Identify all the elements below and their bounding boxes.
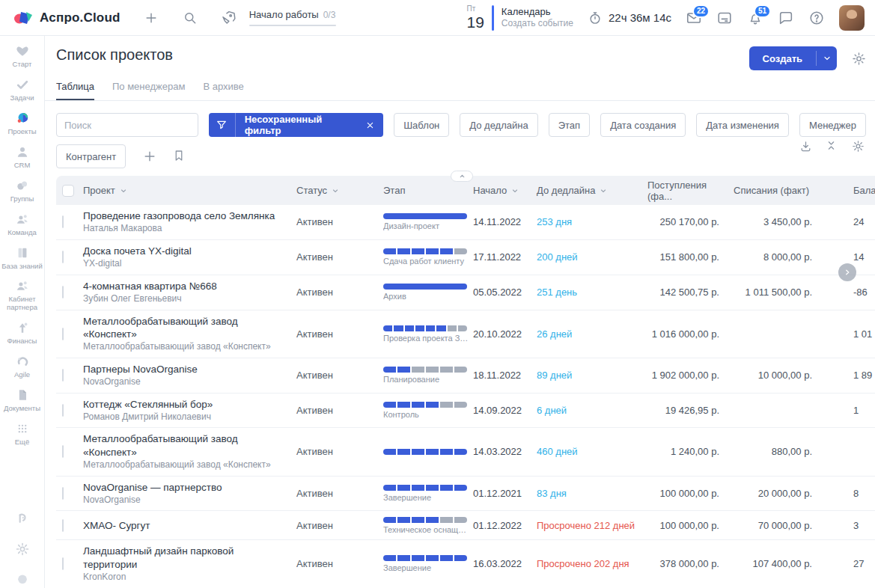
deadline-value[interactable]: 6 дней [537,405,567,416]
sidebar-item-agile[interactable]: Agile [1,354,44,379]
start-date: 14.03.2022 [473,446,537,457]
user-avatar[interactable] [839,5,865,31]
project-title[interactable]: Коттедж «Стеклянный бор» [83,398,286,411]
table-row[interactable]: Металлообрабатывающий завод «Конспект» М… [56,310,875,358]
project-title[interactable]: Ландшафтный дизайн парковой территории [83,545,286,571]
filter-chip[interactable]: Менеджер [799,113,866,137]
row-checkbox[interactable] [62,328,64,340]
row-checkbox[interactable] [62,369,64,382]
tab-в-архиве[interactable]: В архиве [203,81,243,100]
calendar-widget[interactable]: Пт 19 Календарь Создать событие [466,5,573,31]
table-row[interactable]: Доска почета YX-digital YX-digital Актив… [56,240,875,275]
settings-icon[interactable] [15,542,30,557]
project-title[interactable]: Доска почета YX-digital [83,245,286,257]
row-checkbox[interactable] [62,445,64,458]
onboarding-rocket-icon[interactable] [221,10,237,26]
calendar-create-event[interactable]: Создать событие [501,18,573,30]
sidebar-item-partner-cabinet[interactable]: Кабинет партнера [1,278,44,312]
news-icon[interactable] [716,10,733,26]
sidebar-item-team[interactable]: Команда [1,212,44,237]
deadline-value[interactable]: 200 дней [537,251,578,263]
remove-filter-icon[interactable] [366,121,374,129]
sort-chevron-icon[interactable] [331,186,340,195]
sort-chevron-icon[interactable] [510,186,519,195]
filter-chip[interactable]: Шаблон [394,113,449,137]
project-title[interactable]: Партнеры NovaOrganise [83,363,286,376]
select-all-checkbox[interactable] [62,185,74,197]
deadline-value[interactable]: Просрочено 212 дней [537,520,635,531]
filter-chip[interactable]: Дата создания [600,113,686,137]
project-title[interactable]: ХМАО- Сургут [83,519,286,532]
deadline-value[interactable]: 251 день [537,287,577,298]
deadline-value[interactable]: 253 дня [537,216,572,227]
active-filter-button[interactable]: Несохраненный фильтр [209,113,383,137]
project-title[interactable]: Металлообрабатывающий завод «Конспект» [83,432,286,459]
page-settings-gear-icon[interactable] [852,52,866,66]
notifications-bell-icon[interactable]: 51 [747,10,763,26]
hidden-bottom-icon[interactable] [15,573,30,588]
table-row[interactable]: Коттедж «Стеклянный бор» Романов Дмитрий… [56,393,875,429]
deadline-value[interactable]: 460 дней [537,446,578,457]
filter-chip[interactable]: До дедлайна [460,113,537,137]
row-checkbox[interactable] [62,557,64,570]
deadline-value[interactable]: Просрочено 202 дня [537,558,629,569]
row-checkbox[interactable] [62,519,64,532]
mail-icon[interactable]: 22 [686,10,702,26]
table-row[interactable]: NovaOrganise — партнерство NovaOrganise … [56,477,875,512]
filter-chip[interactable]: Контрагент [56,144,126,168]
project-status: Активен [296,287,383,298]
row-checkbox[interactable] [62,404,64,417]
table-row[interactable]: Проведение газопровода село Землянка Нат… [56,205,875,240]
partner-logo-icon[interactable] [15,510,30,525]
project-title[interactable]: 4-комнатная квартира №668 [83,280,286,293]
deadline-value[interactable]: 83 дня [537,488,567,499]
search-input[interactable] [56,113,198,137]
balance-value: -86 [820,287,875,298]
sidebar-item-groups[interactable]: Группы [1,178,44,203]
save-filter-bookmark-icon[interactable] [172,149,187,164]
collapse-rows-icon[interactable] [826,140,838,153]
export-download-icon[interactable] [799,140,812,153]
sidebar-item-crm[interactable]: CRM [1,144,44,170]
deadline-value[interactable]: 89 дней [537,370,572,381]
sidebar-item-tasks[interactable]: Задачи [1,77,44,102]
tab-таблица[interactable]: Таблица [56,81,94,100]
table-row[interactable]: Металлообрабатывающий завод «Конспект» М… [56,428,875,476]
table-row[interactable]: ХМАО- Сургут Активен Техническое оснащен… [56,511,875,540]
deadline-value[interactable]: 26 дней [537,328,572,340]
add-filter-icon[interactable] [142,149,157,164]
tab-по-менеджерам[interactable]: По менеджерам [112,81,185,100]
sidebar-item-finance[interactable]: Финансы [1,320,44,346]
row-checkbox[interactable] [62,286,64,298]
sort-chevron-icon[interactable] [119,186,128,195]
table-settings-gear-icon[interactable] [852,140,865,153]
filter-chip[interactable]: Этап [549,113,590,137]
search-icon[interactable] [182,10,198,26]
project-title[interactable]: Проведение газопровода село Землянка [83,209,286,222]
scroll-right-button[interactable] [838,263,856,281]
row-checkbox[interactable] [62,487,64,500]
sidebar-item-start[interactable]: Старт [1,43,44,69]
project-title[interactable]: Металлообрабатывающий завод «Конспект» [83,315,286,341]
help-icon[interactable] [808,10,825,26]
time-tracker[interactable]: 22ч 36м 14с [588,10,671,26]
onboarding-progress[interactable]: Начало работы 0/3 [249,9,336,26]
row-checkbox[interactable] [62,251,64,263]
sidebar-item-more[interactable]: Ещё [1,421,44,447]
sidebar-item-projects[interactable]: Проекты [1,111,44,136]
table-row[interactable]: Партнеры NovaOrganise NovaOrganise Актив… [56,358,875,393]
sidebar-item-documents[interactable]: Документы [1,388,44,413]
sort-chevron-icon[interactable] [599,186,608,195]
table-row[interactable]: Ландшафтный дизайн парковой территории K… [56,540,875,588]
create-button[interactable]: Создать [749,46,837,70]
chat-icon[interactable] [778,10,794,26]
sidebar-item-knowledge-base[interactable]: База знаний [1,245,44,271]
quick-add-icon[interactable] [143,10,159,26]
collapse-table-header-button[interactable] [451,171,473,182]
project-title[interactable]: NovaOrganise — партнерство [83,481,286,494]
row-checkbox[interactable] [62,215,64,228]
create-dropdown-chevron-icon[interactable] [817,46,837,70]
app-logo[interactable]: Аспро.Cloud [13,9,121,27]
table-row[interactable]: 4-комнатная квартира №668 Зубин Олег Евг… [56,275,875,310]
filter-chip[interactable]: Дата изменения [696,113,789,137]
